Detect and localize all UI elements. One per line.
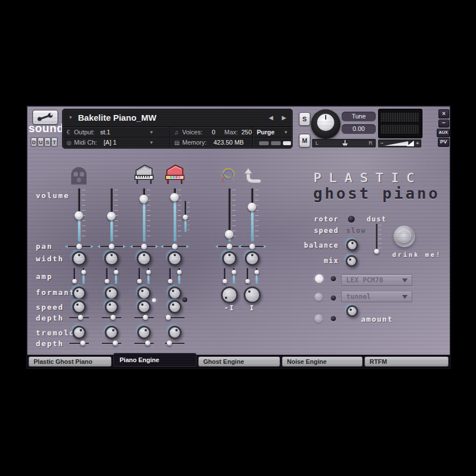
volume-fader-handle[interactable] <box>75 211 83 220</box>
speed-knob[interactable] <box>168 300 182 314</box>
pan-slider-handle[interactable] <box>172 244 178 249</box>
tab-plastic-ghost-piano[interactable]: Plastic Ghost Piano <box>28 356 112 367</box>
depth-slider-handle[interactable] <box>143 315 148 320</box>
amp-release-handle[interactable] <box>81 270 86 274</box>
next-instrument-icon[interactable]: ▶ <box>282 114 286 121</box>
speed-knob[interactable] <box>72 300 86 314</box>
fx2-enable-led[interactable] <box>314 293 323 301</box>
volume-fader-handle[interactable] <box>139 195 148 203</box>
mute-button[interactable]: M <box>299 134 310 147</box>
purge-caret-icon[interactable]: ▼ <box>284 130 288 135</box>
purge-label[interactable]: Purge <box>257 129 274 136</box>
aux-button[interactable]: AUX <box>437 129 450 137</box>
tune-value[interactable]: 0.00 <box>342 124 376 134</box>
volume-fader-handle[interactable] <box>225 230 233 239</box>
speed-knob[interactable] <box>137 300 151 314</box>
max-value[interactable]: 250 <box>241 129 252 136</box>
amp-attack-handle[interactable] <box>137 279 142 284</box>
tab-noise-engine[interactable]: Noise Engine <box>282 356 363 367</box>
tremolo-depth-slider[interactable] <box>134 343 154 344</box>
amount-knob[interactable] <box>346 305 358 317</box>
pan-slider-handle[interactable] <box>109 244 114 249</box>
prev-instrument-icon[interactable]: ◀ <box>269 114 273 121</box>
volume-fader-handle[interactable] <box>170 193 179 202</box>
width-knob[interactable] <box>167 251 182 266</box>
midi-caret-icon[interactable]: ▼ <box>149 140 154 145</box>
modwheel-mini-fader-handle[interactable] <box>183 215 188 220</box>
width-knob[interactable] <box>72 251 87 266</box>
volume-slider-header[interactable]: − + <box>378 139 421 147</box>
amp-release-handle[interactable] <box>114 270 118 274</box>
pan-slider-handle[interactable] <box>76 244 82 249</box>
grey-piano-channel-icon[interactable] <box>133 164 155 187</box>
close-button[interactable]: × <box>438 109 449 118</box>
formant-knob[interactable] <box>137 286 151 300</box>
depth-slider-handle[interactable] <box>110 315 116 320</box>
width-knob[interactable] <box>137 251 151 266</box>
interval-knob[interactable] <box>221 286 238 303</box>
pan-slider-handle[interactable] <box>227 244 232 249</box>
amp-attack-handle[interactable] <box>223 279 227 284</box>
formant-link-button[interactable] <box>182 297 187 302</box>
minimize-button[interactable]: − <box>438 120 449 128</box>
tremolo-knob[interactable] <box>105 326 118 339</box>
midi-channel-value[interactable]: [A] 1 <box>104 139 117 146</box>
formant-knob[interactable] <box>105 286 118 300</box>
amp-attack-handle[interactable] <box>245 279 250 284</box>
tab-piano-engine[interactable]: Piano Engine <box>113 353 196 367</box>
amp-attack-handle[interactable] <box>72 279 77 284</box>
tremolo-depth-handle[interactable] <box>167 340 172 346</box>
formant-link-led[interactable] <box>152 298 156 302</box>
depth-slider-handle[interactable] <box>78 315 83 320</box>
fx1-enable-led[interactable] <box>315 274 323 283</box>
fx3-enable-led[interactable] <box>314 314 323 323</box>
amp-attack-handle[interactable] <box>168 279 173 284</box>
solo-button[interactable]: S <box>299 112 310 126</box>
dust-slider-handle[interactable] <box>374 249 379 254</box>
tremolo-depth-handle[interactable] <box>145 340 150 346</box>
amp-release-handle[interactable] <box>232 270 236 274</box>
pv-button[interactable]: PV <box>438 138 449 147</box>
scribble-loop-icon[interactable] <box>220 166 237 186</box>
width-knob[interactable] <box>222 251 237 266</box>
fx1-option-button[interactable] <box>331 276 336 281</box>
volume-fader-handle[interactable] <box>248 203 256 211</box>
reverb-select[interactable]: LEX PCM70 <box>341 274 412 286</box>
tremolo-knob[interactable] <box>168 326 182 339</box>
mix-knob[interactable] <box>346 255 358 267</box>
tremolo-depth-handle[interactable] <box>80 340 85 346</box>
output-value[interactable]: st.1 <box>100 129 110 136</box>
tremolo-knob[interactable] <box>137 326 151 339</box>
amp-release-handle[interactable] <box>255 270 259 274</box>
pan-slider-handle[interactable] <box>141 244 147 249</box>
rotor-toggle-led[interactable] <box>348 216 355 223</box>
width-knob[interactable] <box>104 251 119 266</box>
amp-attack-handle[interactable] <box>105 279 109 284</box>
pan-slider-handle[interactable] <box>249 244 255 249</box>
pan-center-marker[interactable] <box>342 139 348 150</box>
drink-me-button[interactable] <box>393 225 415 247</box>
interval-knob[interactable] <box>244 286 261 303</box>
red-piano-channel-icon[interactable] <box>163 164 186 187</box>
amp-release-handle[interactable] <box>177 270 182 274</box>
ghost-channel-icon[interactable] <box>70 166 88 188</box>
tremolo-knob[interactable] <box>72 326 86 339</box>
pan-slider-header[interactable]: L R <box>312 139 376 147</box>
formant-knob[interactable] <box>72 286 86 300</box>
output-caret-icon[interactable]: ▼ <box>149 130 154 135</box>
tremolo-depth-slider[interactable] <box>69 343 89 344</box>
tab-rtfm[interactable]: RTFM <box>364 356 449 367</box>
fx2-option-button[interactable] <box>331 296 336 301</box>
volume-fader-handle[interactable] <box>107 212 116 220</box>
balance-knob[interactable] <box>346 239 358 251</box>
depth-slider-handle[interactable] <box>166 315 171 320</box>
formant-knob[interactable] <box>168 286 182 300</box>
tune-knob[interactable] <box>311 109 340 139</box>
tremolo-depth-slider[interactable] <box>102 343 121 344</box>
fx3-option-button[interactable] <box>331 316 336 321</box>
rotor-speed-value[interactable]: slow <box>346 227 366 235</box>
amp-release-handle[interactable] <box>146 270 151 274</box>
tremolo-depth-handle[interactable] <box>113 340 118 346</box>
width-knob[interactable] <box>245 251 260 266</box>
tab-ghost-engine[interactable]: Ghost Engine <box>198 356 280 367</box>
